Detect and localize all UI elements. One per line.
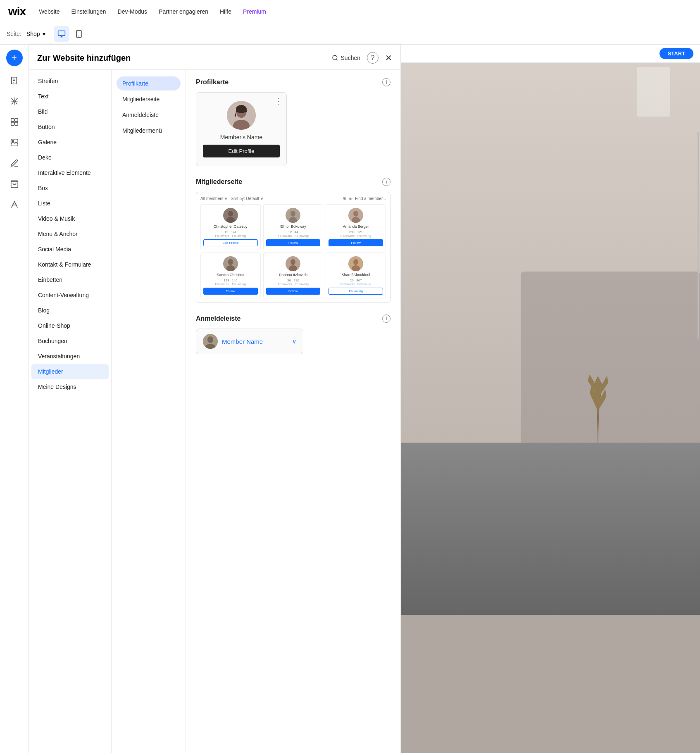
- anmelde-member-name: Member Name: [222, 338, 288, 345]
- anmeldeleiste-widget[interactable]: Member Name ∨: [196, 329, 303, 354]
- svg-point-40: [353, 259, 358, 265]
- mobile-view-button[interactable]: [71, 26, 87, 42]
- grid-view-icon[interactable]: ⊞: [343, 196, 346, 201]
- member-card-5: Daphna Itzkovich 36 296Followers Followi…: [263, 253, 324, 298]
- svg-point-43: [207, 336, 213, 343]
- members-widget[interactable]: All members ∨ Sort by: Default ∨ ⊞ ≡ Fin…: [196, 192, 390, 303]
- category-einbetten[interactable]: Einbetten: [31, 272, 109, 287]
- category-box[interactable]: Box: [31, 181, 109, 195]
- members-search-label[interactable]: Find a member...: [355, 196, 386, 201]
- svg-point-18: [333, 55, 337, 60]
- member-action-btn-2[interactable]: Follow: [266, 239, 321, 246]
- sort-filter[interactable]: Sort by: Default ∨: [231, 196, 263, 201]
- category-blog[interactable]: Blog: [31, 303, 109, 318]
- member-action-btn-3[interactable]: Follow: [329, 239, 383, 246]
- member-stats-3: 280 121Followers Following: [340, 230, 371, 238]
- nav-premium[interactable]: Premium: [243, 8, 266, 15]
- subcategory-profilkarte[interactable]: Profilkarte: [117, 76, 181, 91]
- desktop-view-button[interactable]: [54, 26, 69, 42]
- add-element-button[interactable]: +: [6, 50, 23, 66]
- svg-point-31: [353, 211, 358, 217]
- category-streifen[interactable]: Streifen: [31, 74, 109, 88]
- member-name-1: Christopher Catesby: [214, 224, 248, 229]
- scrollbar[interactable]: [698, 132, 699, 339]
- design-icon-button[interactable]: [5, 92, 24, 111]
- pages-icon-button[interactable]: [5, 71, 24, 90]
- category-menu-anchor[interactable]: Menu & Anchor: [31, 226, 109, 241]
- member-action-btn-1[interactable]: Edit Profile: [203, 239, 258, 246]
- profile-card-widget[interactable]: ⋮ Member's Na: [196, 92, 287, 166]
- member-avatar: [227, 101, 256, 130]
- font-icon-button[interactable]: [5, 195, 24, 214]
- nav-website[interactable]: Website: [39, 8, 60, 15]
- top-nav-links: Website Einstellungen Dev-Modus Partner …: [39, 8, 266, 15]
- category-video[interactable]: Video & Musik: [31, 211, 109, 226]
- member-name-3: Amanda Berger: [343, 224, 369, 229]
- all-members-filter[interactable]: All members ∨: [200, 196, 227, 201]
- website-preview: START: [401, 45, 700, 753]
- category-mitglieder[interactable]: Mitglieder: [31, 364, 109, 379]
- member-stats-6: 26 367Followers Following: [340, 279, 371, 286]
- subcategory-anmeldeleiste[interactable]: Anmeldeleiste: [117, 108, 181, 122]
- shop-icon-button[interactable]: [5, 174, 24, 193]
- add-panel: Zur Website hinzufügen Suchen ? ✕ Streif…: [29, 45, 401, 753]
- nav-hilfe[interactable]: Hilfe: [220, 8, 231, 15]
- category-kontakt[interactable]: Kontakt & Formulare: [31, 257, 109, 272]
- member-name-5: Daphna Itzkovich: [279, 273, 307, 277]
- svg-point-34: [228, 259, 233, 265]
- start-button[interactable]: START: [660, 48, 693, 59]
- category-deko[interactable]: Deko: [31, 150, 109, 165]
- category-bild[interactable]: Bild: [31, 104, 109, 119]
- category-interaktive[interactable]: Interaktive Elemente: [31, 165, 109, 180]
- category-online-shop[interactable]: Online-Shop: [31, 318, 109, 333]
- category-social[interactable]: Social Media: [31, 242, 109, 257]
- subcategory-mitgliederseite[interactable]: Mitgliederseite: [117, 92, 181, 106]
- nav-einstellungen[interactable]: Einstellungen: [71, 8, 106, 15]
- members-widget-inner: All members ∨ Sort by: Default ∨ ⊞ ≡ Fin…: [196, 192, 390, 303]
- profilkarte-section-header: Profilkarte i: [196, 78, 390, 86]
- category-veranstaltungen[interactable]: Veranstaltungen: [31, 349, 109, 364]
- svg-rect-10: [11, 119, 14, 122]
- panel-body: Streifen Text Bild Button Galerie Deko I…: [29, 70, 400, 753]
- nav-devmodus[interactable]: Dev-Modus: [118, 8, 148, 15]
- add-panel-title: Zur Website hinzufügen: [37, 53, 131, 63]
- category-meine-designs[interactable]: Meine Designs: [31, 379, 109, 394]
- member-card-6: Sharaf Aboufdoul 26 367Followers Followi…: [326, 253, 386, 298]
- member-card-3: Amanda Berger 280 121Followers Following…: [326, 204, 386, 250]
- category-galerie[interactable]: Galerie: [31, 135, 109, 150]
- category-content[interactable]: Content-Verwaltung: [31, 288, 109, 303]
- member-action-btn-4[interactable]: Follow: [203, 288, 258, 295]
- category-button[interactable]: Button: [31, 119, 109, 134]
- member-stats-5: 36 296Followers Following: [278, 279, 309, 286]
- search-button[interactable]: Suchen: [332, 55, 360, 61]
- profilkarte-info-icon[interactable]: i: [382, 78, 390, 86]
- mitgliederseite-info-icon[interactable]: i: [382, 178, 390, 186]
- edit-profile-button[interactable]: Edit Profile: [203, 145, 280, 157]
- media-icon-button[interactable]: [5, 133, 24, 152]
- profilkarte-title: Profilkarte: [196, 79, 229, 86]
- member-action-btn-6[interactable]: Following: [329, 288, 383, 295]
- edit-icon-button[interactable]: [5, 154, 24, 173]
- add-panel-header: Zur Website hinzufügen Suchen ? ✕: [29, 45, 400, 70]
- category-buchungen[interactable]: Buchungen: [31, 334, 109, 348]
- profilkarte-section: Profilkarte i ⋮: [196, 78, 390, 166]
- nav-partner[interactable]: Partner engagieren: [159, 8, 208, 15]
- category-liste[interactable]: Liste: [31, 196, 109, 211]
- widget-options-icon[interactable]: ⋮: [275, 97, 282, 106]
- help-button[interactable]: ?: [367, 52, 379, 64]
- subcategory-mitgliedermenü[interactable]: Mitgliedermenü: [117, 124, 181, 138]
- mitgliederseite-section: Mitgliederseite i All members ∨ Sort by:…: [196, 178, 390, 303]
- list-view-icon[interactable]: ≡: [349, 196, 352, 201]
- theme-icon-button[interactable]: [5, 112, 24, 131]
- page-select[interactable]: Shop ▾: [26, 31, 45, 37]
- anmeldeleiste-title: Anmeldeleiste: [196, 315, 240, 322]
- category-text[interactable]: Text: [31, 89, 109, 104]
- svg-rect-11: [14, 119, 17, 122]
- member-stats-4: 129 146Followers Following: [215, 279, 246, 286]
- anmeldeleiste-info-icon[interactable]: i: [382, 315, 390, 323]
- search-label: Suchen: [341, 55, 360, 61]
- anmeldeleiste-section-header: Anmeldeleiste i: [196, 315, 390, 323]
- anmelde-avatar: [203, 334, 218, 349]
- close-button[interactable]: ✕: [385, 54, 392, 62]
- member-action-btn-5[interactable]: Follow: [266, 288, 321, 295]
